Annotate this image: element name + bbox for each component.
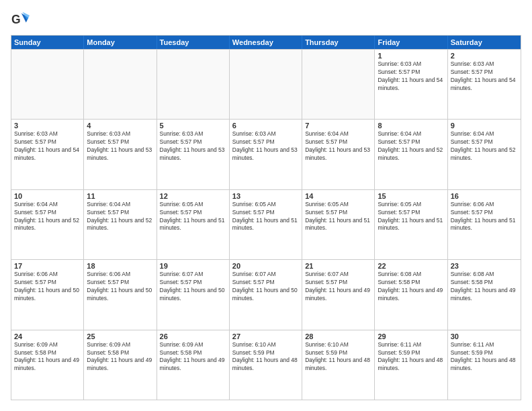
day-23: 23Sunrise: 6:08 AM Sunset: 5:58 PM Dayli… bbox=[448, 260, 521, 329]
day-info-11: Sunrise: 6:04 AM Sunset: 5:57 PM Dayligh… bbox=[87, 201, 153, 233]
day-13: 13Sunrise: 6:05 AM Sunset: 5:57 PM Dayli… bbox=[230, 190, 302, 259]
header-thursday: Thursday bbox=[302, 36, 375, 49]
day-info-29: Sunrise: 6:11 AM Sunset: 5:59 PM Dayligh… bbox=[378, 341, 444, 373]
day-20: 20Sunrise: 6:07 AM Sunset: 5:57 PM Dayli… bbox=[230, 260, 302, 329]
day-number-17: 17 bbox=[14, 262, 81, 270]
logo-icon: G bbox=[11, 11, 30, 30]
day-11: 11Sunrise: 6:04 AM Sunset: 5:57 PM Dayli… bbox=[84, 190, 157, 259]
day-29: 29Sunrise: 6:11 AM Sunset: 5:59 PM Dayli… bbox=[375, 330, 447, 400]
day-number-30: 30 bbox=[451, 332, 518, 340]
empty-cell-0-4 bbox=[302, 50, 375, 119]
day-info-30: Sunrise: 6:11 AM Sunset: 5:59 PM Dayligh… bbox=[451, 341, 518, 373]
header-tuesday: Tuesday bbox=[157, 36, 230, 49]
day-number-15: 15 bbox=[378, 192, 444, 200]
day-info-22: Sunrise: 6:08 AM Sunset: 5:58 PM Dayligh… bbox=[378, 271, 444, 303]
week-row-2: 10Sunrise: 6:04 AM Sunset: 5:57 PM Dayli… bbox=[11, 189, 521, 259]
week-row-3: 17Sunrise: 6:06 AM Sunset: 5:57 PM Dayli… bbox=[11, 259, 521, 329]
day-info-5: Sunrise: 6:03 AM Sunset: 5:57 PM Dayligh… bbox=[160, 130, 226, 163]
day-9: 9Sunrise: 6:04 AM Sunset: 5:57 PM Daylig… bbox=[448, 120, 521, 189]
day-number-8: 8 bbox=[378, 122, 444, 130]
day-info-7: Sunrise: 6:04 AM Sunset: 5:57 PM Dayligh… bbox=[305, 130, 371, 163]
day-3: 3Sunrise: 6:03 AM Sunset: 5:57 PM Daylig… bbox=[11, 120, 84, 189]
day-number-6: 6 bbox=[232, 122, 299, 130]
header: G bbox=[11, 11, 521, 30]
day-info-28: Sunrise: 6:10 AM Sunset: 5:59 PM Dayligh… bbox=[305, 341, 371, 373]
page: G SundayMondayTuesdayWednesdayThursdayFr… bbox=[0, 0, 532, 411]
day-info-24: Sunrise: 6:09 AM Sunset: 5:58 PM Dayligh… bbox=[14, 341, 81, 373]
day-number-23: 23 bbox=[451, 262, 518, 270]
day-27: 27Sunrise: 6:10 AM Sunset: 5:59 PM Dayli… bbox=[230, 330, 302, 400]
day-info-19: Sunrise: 6:07 AM Sunset: 5:57 PM Dayligh… bbox=[160, 271, 226, 303]
empty-cell-0-1 bbox=[84, 50, 157, 119]
day-number-2: 2 bbox=[451, 52, 518, 60]
day-info-20: Sunrise: 6:07 AM Sunset: 5:57 PM Dayligh… bbox=[232, 271, 299, 303]
empty-cell-0-0 bbox=[11, 50, 84, 119]
day-info-12: Sunrise: 6:05 AM Sunset: 5:57 PM Dayligh… bbox=[160, 201, 226, 233]
day-number-26: 26 bbox=[160, 332, 226, 340]
day-info-6: Sunrise: 6:03 AM Sunset: 5:57 PM Dayligh… bbox=[232, 130, 299, 163]
day-number-12: 12 bbox=[160, 192, 226, 200]
header-friday: Friday bbox=[375, 36, 447, 49]
week-row-1: 3Sunrise: 6:03 AM Sunset: 5:57 PM Daylig… bbox=[11, 119, 521, 189]
day-number-13: 13 bbox=[232, 192, 299, 200]
day-12: 12Sunrise: 6:05 AM Sunset: 5:57 PM Dayli… bbox=[157, 190, 230, 259]
day-number-4: 4 bbox=[87, 122, 153, 130]
day-15: 15Sunrise: 6:05 AM Sunset: 5:57 PM Dayli… bbox=[375, 190, 447, 259]
day-number-22: 22 bbox=[378, 262, 444, 270]
calendar: SundayMondayTuesdayWednesdayThursdayFrid… bbox=[11, 35, 521, 400]
day-info-26: Sunrise: 6:09 AM Sunset: 5:58 PM Dayligh… bbox=[160, 341, 226, 373]
logo: G bbox=[11, 11, 31, 30]
day-info-27: Sunrise: 6:10 AM Sunset: 5:59 PM Dayligh… bbox=[232, 341, 299, 373]
day-8: 8Sunrise: 6:04 AM Sunset: 5:57 PM Daylig… bbox=[375, 120, 447, 189]
day-info-9: Sunrise: 6:04 AM Sunset: 5:57 PM Dayligh… bbox=[451, 130, 518, 163]
day-number-21: 21 bbox=[305, 262, 371, 270]
calendar-header: SundayMondayTuesdayWednesdayThursdayFrid… bbox=[11, 36, 521, 49]
day-number-27: 27 bbox=[232, 332, 299, 340]
day-info-13: Sunrise: 6:05 AM Sunset: 5:57 PM Dayligh… bbox=[232, 201, 299, 233]
day-info-8: Sunrise: 6:04 AM Sunset: 5:57 PM Dayligh… bbox=[378, 130, 444, 163]
day-25: 25Sunrise: 6:09 AM Sunset: 5:58 PM Dayli… bbox=[84, 330, 157, 400]
calendar-body: 1Sunrise: 6:03 AM Sunset: 5:57 PM Daylig… bbox=[11, 49, 521, 400]
day-7: 7Sunrise: 6:04 AM Sunset: 5:57 PM Daylig… bbox=[302, 120, 375, 189]
header-sunday: Sunday bbox=[11, 36, 84, 49]
day-info-16: Sunrise: 6:06 AM Sunset: 5:57 PM Dayligh… bbox=[451, 201, 518, 233]
day-number-16: 16 bbox=[451, 192, 518, 200]
day-number-3: 3 bbox=[14, 122, 81, 130]
day-number-18: 18 bbox=[87, 262, 153, 270]
day-number-9: 9 bbox=[451, 122, 518, 130]
day-26: 26Sunrise: 6:09 AM Sunset: 5:58 PM Dayli… bbox=[157, 330, 230, 400]
day-info-18: Sunrise: 6:06 AM Sunset: 5:57 PM Dayligh… bbox=[87, 271, 153, 303]
day-24: 24Sunrise: 6:09 AM Sunset: 5:58 PM Dayli… bbox=[11, 330, 84, 400]
day-number-25: 25 bbox=[87, 332, 153, 340]
day-10: 10Sunrise: 6:04 AM Sunset: 5:57 PM Dayli… bbox=[11, 190, 84, 259]
svg-text:G: G bbox=[11, 13, 21, 26]
day-18: 18Sunrise: 6:06 AM Sunset: 5:57 PM Dayli… bbox=[84, 260, 157, 329]
day-info-2: Sunrise: 6:03 AM Sunset: 5:57 PM Dayligh… bbox=[451, 60, 518, 93]
week-row-0: 1Sunrise: 6:03 AM Sunset: 5:57 PM Daylig… bbox=[11, 49, 521, 119]
day-number-5: 5 bbox=[160, 122, 226, 130]
day-number-20: 20 bbox=[232, 262, 299, 270]
day-number-7: 7 bbox=[305, 122, 371, 130]
day-5: 5Sunrise: 6:03 AM Sunset: 5:57 PM Daylig… bbox=[157, 120, 230, 189]
day-19: 19Sunrise: 6:07 AM Sunset: 5:57 PM Dayli… bbox=[157, 260, 230, 329]
day-30: 30Sunrise: 6:11 AM Sunset: 5:59 PM Dayli… bbox=[448, 330, 521, 400]
day-21: 21Sunrise: 6:07 AM Sunset: 5:57 PM Dayli… bbox=[302, 260, 375, 329]
day-number-29: 29 bbox=[378, 332, 444, 340]
day-info-10: Sunrise: 6:04 AM Sunset: 5:57 PM Dayligh… bbox=[14, 201, 81, 233]
day-info-1: Sunrise: 6:03 AM Sunset: 5:57 PM Dayligh… bbox=[378, 60, 444, 93]
day-2: 2Sunrise: 6:03 AM Sunset: 5:57 PM Daylig… bbox=[448, 50, 521, 119]
day-info-3: Sunrise: 6:03 AM Sunset: 5:57 PM Dayligh… bbox=[14, 130, 81, 163]
day-info-17: Sunrise: 6:06 AM Sunset: 5:57 PM Dayligh… bbox=[14, 271, 81, 303]
day-info-15: Sunrise: 6:05 AM Sunset: 5:57 PM Dayligh… bbox=[378, 201, 444, 233]
day-info-14: Sunrise: 6:05 AM Sunset: 5:57 PM Dayligh… bbox=[305, 201, 371, 233]
day-22: 22Sunrise: 6:08 AM Sunset: 5:58 PM Dayli… bbox=[375, 260, 447, 329]
day-17: 17Sunrise: 6:06 AM Sunset: 5:57 PM Dayli… bbox=[11, 260, 84, 329]
header-monday: Monday bbox=[84, 36, 157, 49]
day-info-23: Sunrise: 6:08 AM Sunset: 5:58 PM Dayligh… bbox=[451, 271, 518, 303]
week-row-4: 24Sunrise: 6:09 AM Sunset: 5:58 PM Dayli… bbox=[11, 330, 521, 400]
day-number-1: 1 bbox=[378, 52, 444, 60]
day-number-14: 14 bbox=[305, 192, 371, 200]
day-info-21: Sunrise: 6:07 AM Sunset: 5:57 PM Dayligh… bbox=[305, 271, 371, 303]
header-wednesday: Wednesday bbox=[230, 36, 302, 49]
day-number-24: 24 bbox=[14, 332, 81, 340]
